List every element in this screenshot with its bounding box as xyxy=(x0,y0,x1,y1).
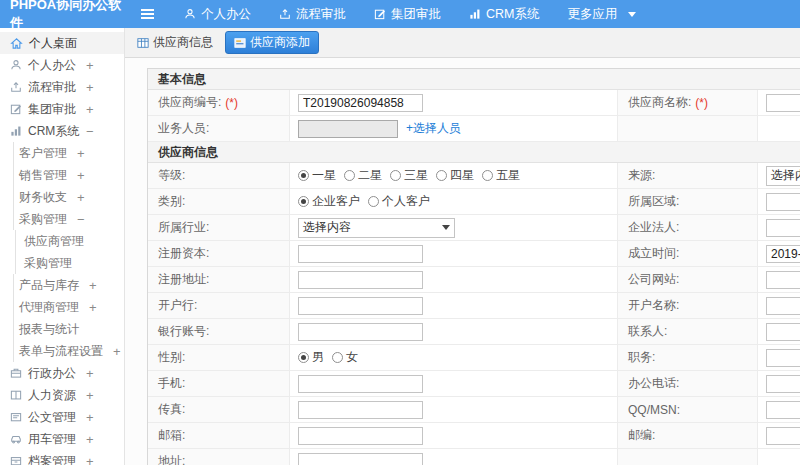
sidebar-item-procurement-mgmt[interactable]: 采购管理− xyxy=(0,208,124,230)
select-personnel-link[interactable]: +选择人员 xyxy=(406,120,461,137)
archive-icon xyxy=(10,455,22,465)
business-personnel-input[interactable] xyxy=(298,120,398,138)
address-input[interactable] xyxy=(298,453,423,465)
sidebar-item-label: 供应商管理 xyxy=(24,233,84,250)
sidebar-item-purchasing-mgmt[interactable]: 采购管理 xyxy=(0,252,124,274)
expand-toggle[interactable]: + xyxy=(89,300,97,315)
gender-radio-1[interactable]: 女 xyxy=(332,349,358,366)
expand-toggle[interactable]: − xyxy=(77,212,85,227)
expand-toggle[interactable]: + xyxy=(86,102,94,117)
sidebar-item-sales-mgmt[interactable]: 销售管理+ xyxy=(0,164,124,186)
sidebar-item-human-resources[interactable]: 人力资源+ xyxy=(0,384,124,406)
nav-item-label: 个人办公 xyxy=(201,6,251,23)
sidebar-item-personal-office[interactable]: 个人办公+ xyxy=(0,54,124,76)
email-input[interactable] xyxy=(298,427,423,445)
expand-toggle[interactable]: + xyxy=(86,58,94,73)
tab-supplier-info[interactable]: 供应商信息 xyxy=(133,32,217,53)
source-select[interactable]: 选择内容 xyxy=(766,166,800,186)
expand-toggle[interactable]: + xyxy=(113,344,121,359)
sidebar-item-workflow-approval[interactable]: 流程审批+ xyxy=(0,76,124,98)
expand-toggle[interactable]: − xyxy=(86,124,94,139)
company-website-input[interactable] xyxy=(766,271,800,289)
nav-item-crm-system[interactable]: CRM系统 xyxy=(455,0,553,28)
expand-toggle[interactable]: + xyxy=(86,388,94,403)
grade-radio-0[interactable]: 一星 xyxy=(298,167,336,184)
tab-supplier-add[interactable]: 供应商添加 xyxy=(225,31,319,54)
category-radio-1[interactable]: 个人客户 xyxy=(368,193,430,210)
nav-item-more-apps[interactable]: 更多应用 xyxy=(553,0,650,28)
gender-radio-0[interactable]: 男 xyxy=(298,349,324,366)
radio-label: 四星 xyxy=(450,167,474,184)
sidebar-item-supplier-mgmt[interactable]: 供应商管理 xyxy=(0,230,124,252)
radio-label: 男 xyxy=(312,349,324,366)
grade-radio-4[interactable]: 五星 xyxy=(482,167,520,184)
legal-person-input[interactable] xyxy=(766,219,800,237)
contact-person-input[interactable] xyxy=(766,323,800,341)
field-label xyxy=(618,449,758,465)
grade-radio-3[interactable]: 四星 xyxy=(436,167,474,184)
table-icon xyxy=(137,37,149,49)
industry-select[interactable]: 选择内容 xyxy=(298,218,455,238)
sidebar-item-customer-mgmt[interactable]: 客户管理+ xyxy=(0,142,124,164)
menu-toggle-icon[interactable] xyxy=(141,9,154,19)
bank-input[interactable] xyxy=(298,297,423,315)
expand-toggle[interactable]: + xyxy=(86,80,94,95)
briefcase-icon xyxy=(10,367,22,379)
sidebar-item-reports-stats[interactable]: 报表与统计 xyxy=(0,318,124,340)
field-label: 供应商名称:(*) xyxy=(618,90,758,115)
form-row: 地址: xyxy=(148,449,800,465)
doc-icon xyxy=(10,411,22,423)
radio-label: 一星 xyxy=(312,167,336,184)
zip-code-input[interactable] xyxy=(766,427,800,445)
position-input[interactable] xyxy=(766,349,800,367)
field-label xyxy=(618,116,758,141)
sidebar-item-admin-office[interactable]: 行政办公+ xyxy=(0,362,124,384)
sidebar-item-vehicle-mgmt[interactable]: 用车管理+ xyxy=(0,428,124,450)
field-cell xyxy=(290,90,618,115)
chevron-down-icon xyxy=(628,12,636,17)
expand-toggle[interactable]: + xyxy=(77,168,85,183)
nav-item-personal-office[interactable]: 个人办公 xyxy=(170,0,265,28)
registered-address-input[interactable] xyxy=(298,271,423,289)
nav-item-workflow-approval[interactable]: 流程审批 xyxy=(265,0,360,28)
sidebar-item-agent-mgmt[interactable]: 代理商管理+ xyxy=(0,296,124,318)
expand-toggle[interactable]: + xyxy=(89,278,97,293)
sidebar-item-archive-mgmt[interactable]: 档案管理+ xyxy=(0,450,124,465)
region-input[interactable] xyxy=(766,193,800,211)
field-cell xyxy=(290,423,618,448)
registered-capital-input[interactable] xyxy=(298,245,423,263)
fax-input[interactable] xyxy=(298,401,423,419)
radio-label: 女 xyxy=(346,349,358,366)
field-cell: 选择内容 xyxy=(758,163,800,188)
supplier-code-input[interactable] xyxy=(298,94,423,112)
field-cell xyxy=(758,189,800,214)
qq-msn-input[interactable] xyxy=(766,401,800,419)
nav-item-group-approval[interactable]: 集团审批 xyxy=(360,0,455,28)
grade-radio-1[interactable]: 二星 xyxy=(344,167,382,184)
sidebar-item-crm-system[interactable]: CRM系统− xyxy=(0,120,124,142)
expand-toggle[interactable]: + xyxy=(86,366,94,381)
sidebar-item-personal-desktop[interactable]: 个人桌面 xyxy=(0,32,124,54)
field-cell xyxy=(290,449,618,465)
supplier-name-input[interactable] xyxy=(766,94,800,112)
bank-account-input[interactable] xyxy=(298,323,423,341)
field-cell: +选择人员 xyxy=(290,116,618,141)
expand-toggle[interactable]: + xyxy=(77,146,85,161)
established-date-input[interactable] xyxy=(766,245,800,263)
sidebar-item-product-inventory[interactable]: 产品与库存+ xyxy=(0,274,124,296)
expand-toggle[interactable]: + xyxy=(86,454,94,465)
sidebar-item-group-approval[interactable]: 集团审批+ xyxy=(0,98,124,120)
sidebar-item-finance-income-expense[interactable]: 财务收支+ xyxy=(0,186,124,208)
mobile-input[interactable] xyxy=(298,375,423,393)
account-name-input[interactable] xyxy=(766,297,800,315)
sidebar-item-document-mgmt[interactable]: 公文管理+ xyxy=(0,406,124,428)
grade-radio-2[interactable]: 三星 xyxy=(390,167,428,184)
expand-toggle[interactable]: + xyxy=(86,410,94,425)
sidebar-item-form-workflow-settings[interactable]: 表单与流程设置+ xyxy=(0,340,124,362)
category-radio-0[interactable]: 企业客户 xyxy=(298,193,360,210)
form-row: 注册资本:成立时间: xyxy=(148,241,800,267)
sidebar-item-label: 公文管理 xyxy=(28,409,76,426)
office-phone-input[interactable] xyxy=(766,375,800,393)
expand-toggle[interactable]: + xyxy=(86,432,94,447)
expand-toggle[interactable]: + xyxy=(77,190,85,205)
